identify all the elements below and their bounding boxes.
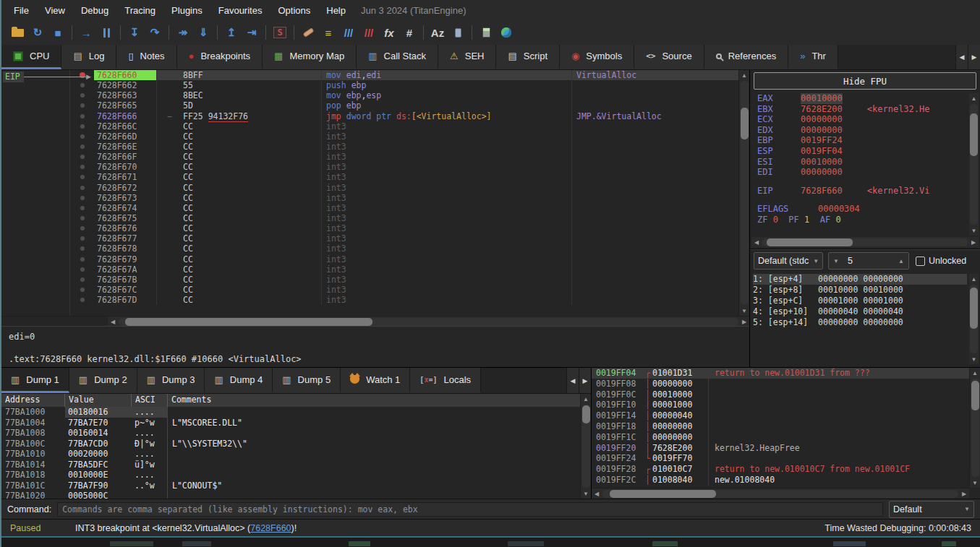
comment-cell[interactable]: [571, 213, 738, 223]
disasm-row[interactable]: 7628F673CCint3: [70, 193, 738, 203]
flag-value[interactable]: 0: [773, 215, 778, 225]
dump-comment-cell[interactable]: [168, 470, 591, 481]
menu-item-plugins[interactable]: Plugins: [163, 2, 210, 19]
address-cell[interactable]: 7628F672: [94, 183, 156, 193]
breakpoint-gutter[interactable]: [70, 254, 94, 264]
stack-comment-cell[interactable]: return to new.01001D31 from ???: [709, 368, 969, 379]
disasm-row[interactable]: 7628F672CCint3: [70, 183, 738, 193]
scroll-right-icon[interactable]: ▶: [959, 491, 969, 497]
calculator-button[interactable]: [476, 23, 496, 42]
bytes-cell[interactable]: CC: [156, 203, 321, 213]
bytes-cell[interactable]: CC: [156, 295, 321, 305]
dump-value-cell[interactable]: 77BA5DFC: [65, 460, 132, 470]
tab-seh[interactable]: ⚠SEH: [438, 45, 496, 69]
spinner-down-icon[interactable]: ▼: [833, 258, 839, 264]
breakpoint-gutter[interactable]: [70, 233, 94, 244]
attach-button[interactable]: [448, 23, 468, 42]
instruction-cell[interactable]: int3: [321, 213, 571, 223]
stack-value-cell[interactable]: 00010000: [652, 389, 709, 400]
bytes-cell[interactable]: CC: [156, 254, 321, 264]
register-value[interactable]: 0019FF04: [801, 146, 843, 157]
dump-ascii-cell[interactable]: ....: [132, 428, 168, 439]
stack-row[interactable]: 0019FF1C│00000000: [592, 432, 969, 443]
comment-cell[interactable]: [571, 275, 738, 285]
tab-scroll-left-icon[interactable]: ◀: [566, 368, 579, 393]
instruction-cell[interactable]: mov edi,edi: [321, 70, 571, 80]
instruction-cell[interactable]: int3: [321, 172, 571, 182]
comment-cell[interactable]: [571, 152, 738, 162]
stack-address-cell[interactable]: 0019FF04: [592, 368, 645, 379]
stack-row[interactable]: 0019FF20│7628E200kernel32.HeapFree: [592, 443, 969, 454]
dump-value-cell[interactable]: 0010000E: [65, 470, 132, 481]
dump-row[interactable]: 77BA100477BA7E70p~°wL"MSCOREE.DLL": [1, 418, 591, 428]
instruction-cell[interactable]: int3: [321, 223, 571, 233]
instruction-cell[interactable]: int3: [321, 285, 571, 295]
address-cell[interactable]: 7628F662: [94, 80, 156, 90]
gutter-dot-icon[interactable]: [80, 124, 85, 129]
tab-symbols[interactable]: ◉Symbols: [560, 45, 634, 69]
disasm-row[interactable]: 7628F66DCCint3: [70, 132, 738, 142]
flag-value[interactable]: 1: [804, 215, 809, 225]
menu-item-favourites[interactable]: Favourites: [210, 2, 270, 19]
address-cell[interactable]: 7628F670: [94, 162, 156, 172]
address-cell[interactable]: 7628F675: [94, 213, 156, 223]
stack-row[interactable]: 0019FF18│00000000: [592, 421, 969, 432]
instruction-cell[interactable]: int3: [321, 254, 571, 264]
bytes-cell[interactable]: CC: [156, 121, 321, 132]
scroll-up-icon[interactable]: ▲: [971, 93, 977, 103]
address-cell[interactable]: 7628F66F: [94, 152, 156, 162]
tab-scroll-right-icon[interactable]: ▶: [968, 45, 980, 69]
bytes-cell[interactable]: CC: [156, 152, 321, 162]
disasm-row[interactable]: 7628F6608BFFmov edi,ediVirtualAlloc: [70, 70, 738, 80]
address-cell[interactable]: 7628F679: [94, 254, 156, 264]
gutter-dot-icon[interactable]: [80, 216, 85, 220]
gutter-dot-icon[interactable]: [80, 134, 85, 139]
dump-tab-locals[interactable]: [x=]Locals: [410, 368, 481, 393]
gutter-dot-icon[interactable]: [80, 288, 85, 292]
disasm-row[interactable]: 7628F66255push ebp: [70, 80, 738, 90]
bytes-cell[interactable]: CC: [156, 264, 321, 275]
functions-button[interactable]: fx: [379, 23, 399, 42]
bytes-cell[interactable]: 55: [156, 80, 321, 90]
gutter-dot-icon[interactable]: [80, 186, 85, 190]
gutter-dot-icon[interactable]: [80, 257, 85, 262]
tab-log[interactable]: ▤Log: [61, 45, 116, 69]
dump-column-header[interactable]: Address: [1, 394, 65, 407]
stack-comment-cell[interactable]: [709, 389, 969, 400]
instruction-cell[interactable]: int3: [321, 162, 571, 172]
dump-address-cell[interactable]: 77BA1004: [1, 418, 65, 428]
dump-tab-dump-4[interactable]: ▥Dump 4: [205, 368, 273, 393]
menu-item-debug[interactable]: Debug: [73, 2, 116, 19]
instruction-cell[interactable]: int3: [321, 193, 571, 203]
dump-value-cell[interactable]: 77BA7F90: [65, 481, 132, 491]
stack-comment-cell[interactable]: kernel32.HeapFree: [709, 443, 969, 454]
comment-cell[interactable]: [571, 80, 738, 90]
comment-cell[interactable]: [571, 233, 738, 244]
stop-button[interactable]: ■: [48, 23, 68, 42]
register-value[interactable]: 00000000: [801, 167, 843, 178]
disasm-row[interactable]: 7628F676CCint3: [70, 223, 738, 233]
stack-row[interactable]: 0019FF28┌010010C7return to new.010010C7 …: [592, 464, 969, 475]
dump-row[interactable]: 77BA10200005000C: [1, 491, 591, 499]
comment-cell[interactable]: [571, 203, 738, 213]
bytes-cell[interactable]: 8BEC: [156, 90, 321, 100]
comment-cell[interactable]: [571, 285, 738, 295]
dump-tab-dump-2[interactable]: ▥Dump 2: [69, 368, 137, 393]
registers-list[interactable]: EAX00010000EBX7628E200<kernel32.HeECX000…: [757, 93, 967, 237]
tab-notes[interactable]: ▯Notes: [116, 45, 176, 69]
stack-value-cell[interactable]: 010010C7: [652, 464, 709, 475]
disasm-row[interactable]: 7628F67DCCint3: [70, 295, 738, 305]
gutter-dot-icon[interactable]: [80, 298, 85, 302]
scroll-left-icon[interactable]: ◀: [751, 239, 762, 246]
disasm-row[interactable]: 7628F670CCint3: [70, 162, 738, 172]
checkbox-box[interactable]: [916, 257, 925, 266]
register-row[interactable]: EBX7628E200<kernel32.He: [757, 104, 967, 115]
calling-convention-select[interactable]: Default (stdc ▼: [754, 252, 823, 270]
dump-row[interactable]: 77BA101477BA5DFCü]°w: [1, 460, 591, 470]
flags-row[interactable]: ZF 0 PF 1 AF 0: [757, 215, 967, 225]
comment-cell[interactable]: VirtualAlloc: [571, 70, 738, 80]
comment-cell[interactable]: [571, 193, 738, 203]
dump-comment-cell[interactable]: [168, 407, 591, 418]
bytes-cell[interactable]: CC: [156, 162, 321, 172]
bytes-cell[interactable]: CC: [156, 142, 321, 152]
